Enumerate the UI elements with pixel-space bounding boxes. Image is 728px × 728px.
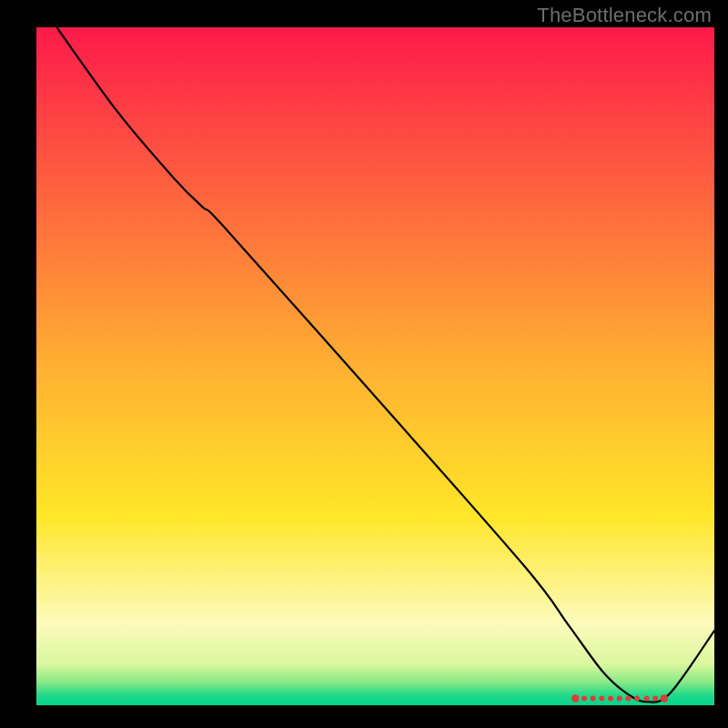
optimal-dot bbox=[661, 694, 668, 702]
optimal-dot bbox=[571, 694, 579, 702]
optimal-dot bbox=[591, 696, 596, 702]
chart-frame: TheBottleneck.com bbox=[0, 0, 728, 728]
optimal-dot bbox=[617, 696, 622, 702]
optimal-dot bbox=[652, 696, 658, 702]
optimal-dot bbox=[625, 696, 631, 702]
chart-svg bbox=[36, 27, 714, 705]
optimal-dot bbox=[608, 696, 613, 702]
optimal-dot bbox=[581, 696, 587, 702]
gradient-background bbox=[36, 27, 714, 705]
optimal-dot bbox=[599, 696, 604, 702]
watermark-label: TheBottleneck.com bbox=[537, 4, 712, 27]
optimal-dot bbox=[644, 696, 650, 702]
optimal-dot bbox=[634, 696, 640, 702]
plot-area bbox=[36, 27, 714, 705]
